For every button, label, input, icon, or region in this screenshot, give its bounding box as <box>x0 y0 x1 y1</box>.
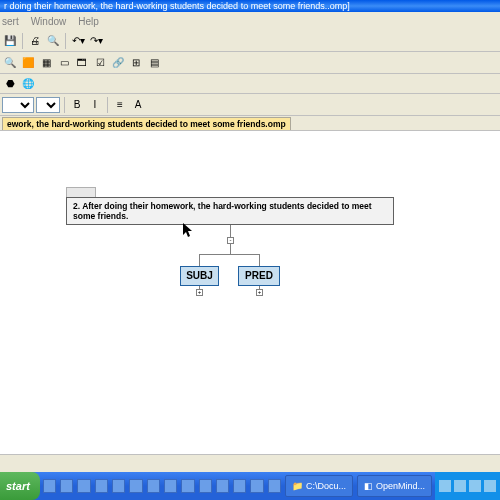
bold-button[interactable]: B <box>69 97 85 113</box>
font-color-button[interactable]: A <box>130 97 146 113</box>
quicklaunch-icon[interactable] <box>43 479 56 493</box>
quicklaunch-icon[interactable] <box>60 479 73 493</box>
taskbar: start 📁C:\Docu... ◧OpenMind... <box>0 472 500 500</box>
separator <box>64 97 65 113</box>
undo-button[interactable]: ↶▾ <box>70 33 86 49</box>
document-tab[interactable]: ework, the hard-working students decided… <box>2 117 291 130</box>
title-bar: r doing their homework, the hard-working… <box>0 0 500 12</box>
separator <box>65 33 66 49</box>
link-tool[interactable]: 🔗 <box>110 55 126 71</box>
sentence-box[interactable]: 2. After doing their homework, the hard-… <box>66 197 394 225</box>
preview-button[interactable]: 🔍 <box>45 33 61 49</box>
toolbar-tools: 🔍 🟧 ▦ ▭ 🗔 ☑ 🔗 ⊞ ▤ <box>0 52 500 74</box>
quicklaunch-icon[interactable] <box>181 479 194 493</box>
tree-connector <box>199 286 200 290</box>
node-subj[interactable]: SUBJ <box>180 266 219 286</box>
sentence-text: 2. After doing their homework, the hard-… <box>73 201 387 221</box>
save-button[interactable]: 💾 <box>2 33 18 49</box>
home-button[interactable]: ⬣ <box>2 76 18 92</box>
window-tool[interactable]: 🗔 <box>74 55 90 71</box>
quicklaunch-icon[interactable] <box>216 479 229 493</box>
cursor-icon <box>183 223 195 239</box>
quicklaunch-icon[interactable] <box>164 479 177 493</box>
taskbar-item[interactable]: 📁C:\Docu... <box>285 475 353 497</box>
tray-icon[interactable] <box>484 480 496 492</box>
node-pred[interactable]: PRED <box>238 266 280 286</box>
node-tool[interactable]: ▭ <box>56 55 72 71</box>
menu-insert[interactable]: sert <box>2 16 19 27</box>
tree-connector <box>199 254 200 266</box>
zoom-button[interactable]: 🔍 <box>2 55 18 71</box>
tree-connector <box>259 286 260 290</box>
redo-button[interactable]: ↷▾ <box>88 33 104 49</box>
quicklaunch-icon[interactable] <box>233 479 246 493</box>
table-tool[interactable]: ⊞ <box>128 55 144 71</box>
grid-tool[interactable]: ▦ <box>38 55 54 71</box>
quicklaunch-icon[interactable] <box>268 479 281 493</box>
separator <box>107 97 108 113</box>
system-tray[interactable] <box>435 472 500 500</box>
quicklaunch-icon[interactable] <box>77 479 90 493</box>
print-button[interactable]: 🖨 <box>27 33 43 49</box>
tray-icon[interactable] <box>439 480 451 492</box>
tree-connector <box>230 244 231 254</box>
check-tool[interactable]: ☑ <box>92 55 108 71</box>
layout-tool[interactable]: ▤ <box>146 55 162 71</box>
expand-box-pred[interactable]: + <box>256 289 263 296</box>
menu-bar: sert Window Help <box>0 12 500 30</box>
tree-connector <box>259 254 260 266</box>
expand-box[interactable]: - <box>227 237 234 244</box>
status-bar <box>0 454 500 472</box>
menu-help[interactable]: Help <box>78 16 99 27</box>
taskbar-item[interactable]: ◧OpenMind... <box>357 475 432 497</box>
size-combo[interactable] <box>36 97 60 113</box>
quicklaunch-icon[interactable] <box>112 479 125 493</box>
canvas[interactable]: 2. After doing their homework, the hard-… <box>0 130 500 474</box>
format-bar: B I ≡ A <box>0 94 500 116</box>
color-tool[interactable]: 🟧 <box>20 55 36 71</box>
toolbar-nav: ⬣ 🌐 <box>0 74 500 94</box>
start-button[interactable]: start <box>0 472 40 500</box>
globe-button[interactable]: 🌐 <box>20 76 36 92</box>
quicklaunch-icon[interactable] <box>199 479 212 493</box>
font-combo[interactable] <box>2 97 34 113</box>
align-button[interactable]: ≡ <box>112 97 128 113</box>
quicklaunch-icon[interactable] <box>147 479 160 493</box>
quicklaunch-icon[interactable] <box>129 479 142 493</box>
sentence-tab <box>66 187 96 197</box>
toolbar-main: 💾 🖨 🔍 ↶▾ ↷▾ <box>0 30 500 52</box>
tab-strip: ework, the hard-working students decided… <box>0 116 500 130</box>
separator <box>22 33 23 49</box>
tray-icon[interactable] <box>454 480 466 492</box>
expand-box-subj[interactable]: + <box>196 289 203 296</box>
menu-window[interactable]: Window <box>31 16 67 27</box>
quicklaunch-icon[interactable] <box>95 479 108 493</box>
tray-icon[interactable] <box>469 480 481 492</box>
italic-button[interactable]: I <box>87 97 103 113</box>
quicklaunch-icon[interactable] <box>250 479 263 493</box>
tree-connector <box>199 254 260 255</box>
